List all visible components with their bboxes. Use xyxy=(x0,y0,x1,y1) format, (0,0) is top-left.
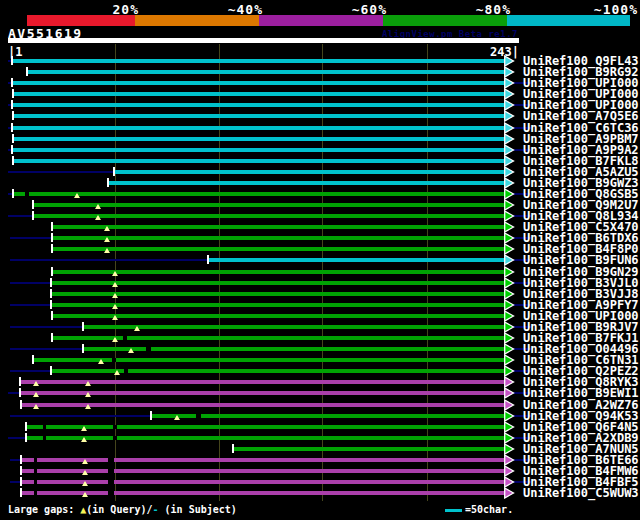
alignment-start-tick xyxy=(25,433,27,442)
subject-overhang-left xyxy=(10,459,20,461)
gaps-legend-mid: (in Query)/ xyxy=(86,504,152,515)
query-gap-triangle-icon xyxy=(174,415,180,420)
alignment-bar[interactable] xyxy=(13,137,505,141)
subject-gap-marker xyxy=(43,425,46,429)
alignment-start-tick xyxy=(50,300,52,309)
scale-segment xyxy=(383,15,507,26)
alignment-start-tick xyxy=(11,100,13,109)
alignment-bar[interactable] xyxy=(13,114,505,118)
alignment-start-tick xyxy=(12,111,14,120)
subject-overhang-left xyxy=(8,171,114,173)
alignment-bar[interactable] xyxy=(12,59,505,63)
alignment-start-tick xyxy=(11,78,13,87)
alignment-bar[interactable] xyxy=(52,247,505,251)
alignment-bar[interactable] xyxy=(33,214,505,218)
alignment-bar[interactable] xyxy=(12,81,505,85)
alignment-start-tick xyxy=(20,455,22,464)
query-gap-triangle-icon xyxy=(112,282,118,287)
query-gap-triangle-icon xyxy=(74,193,80,198)
uniref-label[interactable]: UniRef100_C5WUW3 xyxy=(523,487,639,499)
subject-overhang-left xyxy=(10,481,20,483)
scale-segment xyxy=(27,15,135,26)
query-gap-triangle-icon xyxy=(82,459,88,464)
query-gap-triangle-icon xyxy=(82,492,88,497)
alignment-bar[interactable] xyxy=(51,292,505,296)
alignment-bar[interactable] xyxy=(51,303,505,307)
alignment-start-tick xyxy=(20,400,22,409)
alignment-bar[interactable] xyxy=(51,281,505,285)
alignment-bar[interactable] xyxy=(12,103,505,107)
alignment-bar[interactable] xyxy=(13,159,505,163)
query-gap-triangle-icon xyxy=(104,226,110,231)
alignment-bar[interactable] xyxy=(13,92,505,96)
subject-gap-marker xyxy=(112,358,116,362)
scale-segment xyxy=(135,15,259,26)
alignment-start-tick xyxy=(50,289,52,298)
query-gap-triangle-icon xyxy=(134,326,140,331)
alignment-start-tick xyxy=(12,156,14,165)
alignment-bar[interactable] xyxy=(52,270,505,274)
subject-gap-marker xyxy=(123,336,127,340)
alignment-row[interactable]: UniRef100_C5WUW3 xyxy=(0,487,640,499)
subject-gap-marker xyxy=(108,458,114,462)
alignment-start-tick xyxy=(12,189,14,198)
alignment-start-tick xyxy=(82,322,84,331)
alignment-bar[interactable] xyxy=(52,225,505,229)
alignment-start-tick xyxy=(107,178,109,187)
alignment-start-tick xyxy=(11,56,13,65)
subject-overhang-left xyxy=(10,370,51,372)
subject-overhang-left xyxy=(10,237,52,239)
query-gap-triangle-icon xyxy=(85,404,91,409)
query-gap-triangle-icon xyxy=(112,293,118,298)
alignment-start-tick xyxy=(51,233,53,242)
alignment-bar[interactable] xyxy=(52,236,505,240)
query-ruler-bar xyxy=(8,38,519,43)
alignment-start-tick xyxy=(207,255,209,264)
alignment-start-tick xyxy=(32,200,34,209)
alignment-bar[interactable] xyxy=(26,436,505,440)
query-gap-triangle-icon xyxy=(95,215,101,220)
alignment-start-tick xyxy=(12,134,14,143)
subject-gap-marker xyxy=(113,425,117,429)
alignment-arrowhead-icon xyxy=(504,487,515,499)
alignment-bar[interactable] xyxy=(21,480,505,484)
alignment-bar[interactable] xyxy=(21,491,505,495)
alignment-bar[interactable] xyxy=(21,469,505,473)
alignment-bar[interactable] xyxy=(108,181,505,185)
alignment-bar[interactable] xyxy=(12,148,505,152)
alignment-bar[interactable] xyxy=(20,380,505,384)
alignment-bar[interactable] xyxy=(233,447,505,451)
subject-gap-marker xyxy=(108,480,114,484)
alignment-bar[interactable] xyxy=(151,414,505,418)
alignment-start-tick xyxy=(20,488,22,497)
alignment-bar[interactable] xyxy=(83,325,505,329)
alignment-bar[interactable] xyxy=(21,458,505,462)
alignment-bar[interactable] xyxy=(20,391,505,395)
alignment-bar[interactable] xyxy=(208,258,505,262)
query-gap-triangle-icon xyxy=(104,248,110,253)
alignment-start-tick xyxy=(26,67,28,76)
query-gap-triangle-icon xyxy=(81,426,87,431)
query-gap-triangle-icon xyxy=(104,237,110,242)
alignment-bar[interactable] xyxy=(27,70,505,74)
alignment-bar[interactable] xyxy=(12,126,505,130)
query-gap-triangle-icon xyxy=(128,348,134,353)
query-gap-triangle-icon xyxy=(82,481,88,486)
subject-overhang-left xyxy=(8,215,33,217)
scale-segment xyxy=(259,15,383,26)
query-gap-triangle-icon xyxy=(85,381,91,386)
alignment-bar[interactable] xyxy=(52,336,505,340)
subject-overhang-left xyxy=(10,326,82,328)
alignment-bar[interactable] xyxy=(26,425,505,429)
alignment-bar[interactable] xyxy=(52,314,505,318)
query-gap-triangle-icon xyxy=(33,381,39,386)
alignment-start-tick xyxy=(51,333,53,342)
query-gap-triangle-icon xyxy=(98,359,104,364)
alignment-bar[interactable] xyxy=(114,170,505,174)
subject-overhang-left xyxy=(10,348,82,350)
alignment-bar[interactable] xyxy=(33,203,505,207)
alignment-start-tick xyxy=(150,411,152,420)
alignment-bar[interactable] xyxy=(13,192,505,196)
alignment-start-tick xyxy=(11,145,13,154)
alignment-bar[interactable] xyxy=(21,403,505,407)
